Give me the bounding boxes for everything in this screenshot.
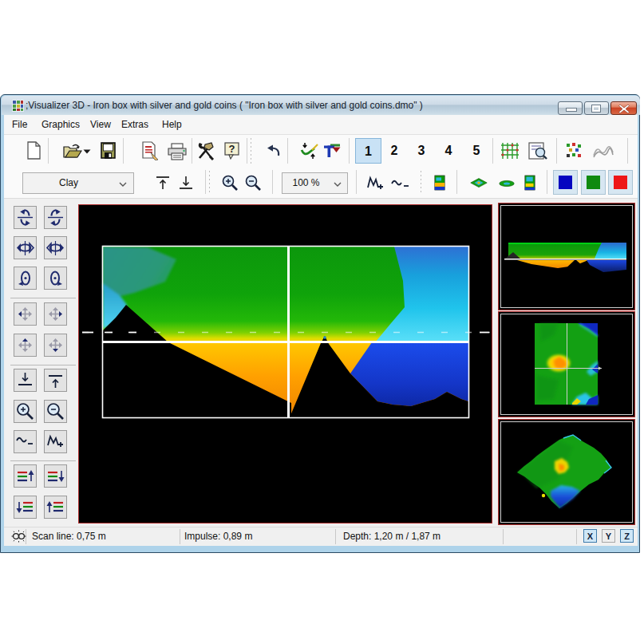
svg-text:?: ?	[229, 143, 235, 155]
